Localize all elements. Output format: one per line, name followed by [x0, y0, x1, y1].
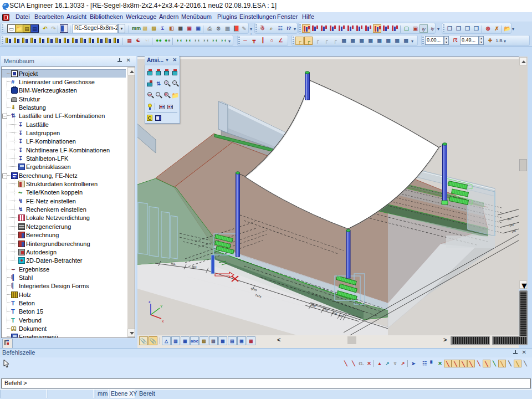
svg-text:863: 863	[192, 265, 197, 269]
svg-text:x: x	[162, 319, 164, 323]
svg-text:z: z	[149, 300, 151, 304]
svg-text:Y: Y	[160, 304, 163, 308]
svg-text:855: 855	[171, 262, 176, 265]
